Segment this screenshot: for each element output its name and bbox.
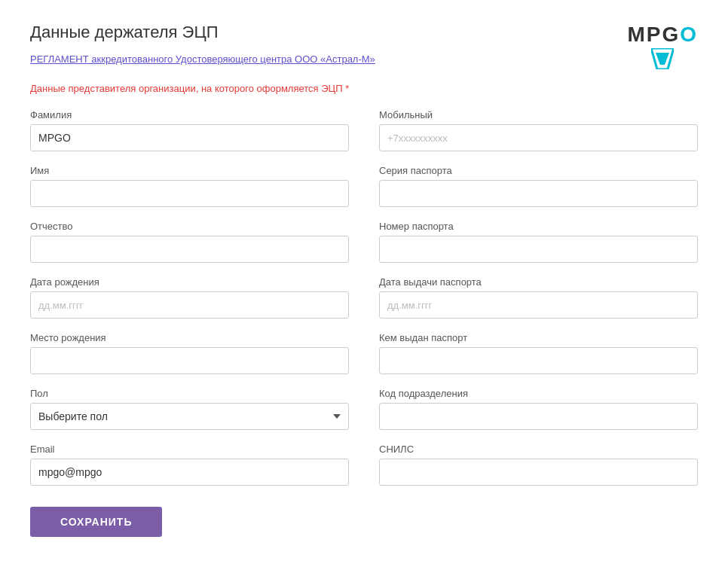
input-mesto-rozhdeniya[interactable] — [30, 347, 349, 374]
section-label: Данные представителя организации, на кот… — [30, 83, 698, 94]
label-data-vydachi: Дата выдачи паспорта — [379, 276, 698, 288]
label-snils: СНИЛС — [379, 444, 698, 455]
field-data-vydachi: Дата выдачи паспорта — [379, 276, 698, 319]
input-otchestvo[interactable] — [30, 236, 349, 263]
field-imya: Имя — [30, 165, 349, 207]
label-kem-vydan: Кем выдан паспорт — [379, 332, 698, 343]
label-pol: Пол — [30, 388, 349, 399]
field-nomer-pasporta: Номер паспорта — [379, 221, 698, 263]
field-otchestvo: Отчество — [30, 221, 349, 263]
save-button[interactable]: СОХРАНИТЬ — [30, 507, 162, 537]
field-seriya-pasporta: Серия паспорта — [379, 165, 698, 207]
input-data-vydachi[interactable] — [379, 291, 698, 319]
field-snils: СНИЛС — [379, 444, 698, 486]
label-mesto-rozhdeniya: Место рождения — [30, 332, 349, 343]
input-kem-vydan[interactable] — [379, 347, 698, 374]
label-familiya: Фамилия — [30, 109, 349, 120]
input-kod-podrazdeleniya[interactable] — [379, 403, 698, 430]
form-grid: Фамилия Имя Отчество Дата рождения Место… — [30, 109, 698, 499]
label-mobilny: Мобильный — [379, 109, 698, 120]
form-right-column: Мобильный Серия паспорта Номер паспорта … — [379, 109, 698, 499]
label-seriya-pasporta: Серия паспорта — [379, 165, 698, 176]
logo-text: MPGO — [627, 23, 698, 47]
input-data-rozhdeniya[interactable] — [30, 291, 349, 319]
input-familiya[interactable] — [30, 124, 349, 151]
field-mobilny: Мобильный — [379, 109, 698, 151]
form-left-column: Фамилия Имя Отчество Дата рождения Место… — [30, 109, 349, 499]
field-email: Email — [30, 444, 349, 486]
input-email[interactable] — [30, 459, 349, 486]
input-seriya-pasporta[interactable] — [379, 180, 698, 207]
required-marker: * — [343, 83, 350, 94]
field-mesto-rozhdeniya: Место рождения — [30, 332, 349, 374]
reglink[interactable]: РЕГЛАМЕНТ аккредитованного Удостоверяюще… — [30, 53, 375, 65]
input-nomer-pasporta[interactable] — [379, 236, 698, 263]
svg-marker-1 — [656, 53, 669, 65]
label-email: Email — [30, 444, 349, 455]
logo-chevron-icon — [651, 48, 674, 69]
logo-cyan: O — [680, 23, 698, 46]
field-familiya: Фамилия — [30, 109, 349, 151]
label-imya: Имя — [30, 165, 349, 176]
label-otchestvo: Отчество — [30, 221, 349, 232]
label-nomer-pasporta: Номер паспорта — [379, 221, 698, 232]
field-kod-podrazdeleniya: Код подразделения — [379, 388, 698, 430]
page-container: MPGO Данные держателя ЭЦП РЕГЛАМЕНТ аккр… — [0, 0, 728, 559]
logo-container: MPGO — [627, 23, 698, 69]
input-imya[interactable] — [30, 180, 349, 207]
field-kem-vydan: Кем выдан паспорт — [379, 332, 698, 374]
input-mobilny[interactable] — [379, 124, 698, 151]
input-snils[interactable] — [379, 459, 698, 486]
label-data-rozhdeniya: Дата рождения — [30, 276, 349, 288]
select-pol[interactable]: Выберите пол Мужской Женский — [30, 403, 349, 430]
label-kod-podrazdeleniya: Код подразделения — [379, 388, 698, 399]
page-title: Данные держателя ЭЦП — [30, 23, 698, 42]
field-data-rozhdeniya: Дата рождения — [30, 276, 349, 319]
field-pol: Пол Выберите пол Мужской Женский — [30, 388, 349, 430]
